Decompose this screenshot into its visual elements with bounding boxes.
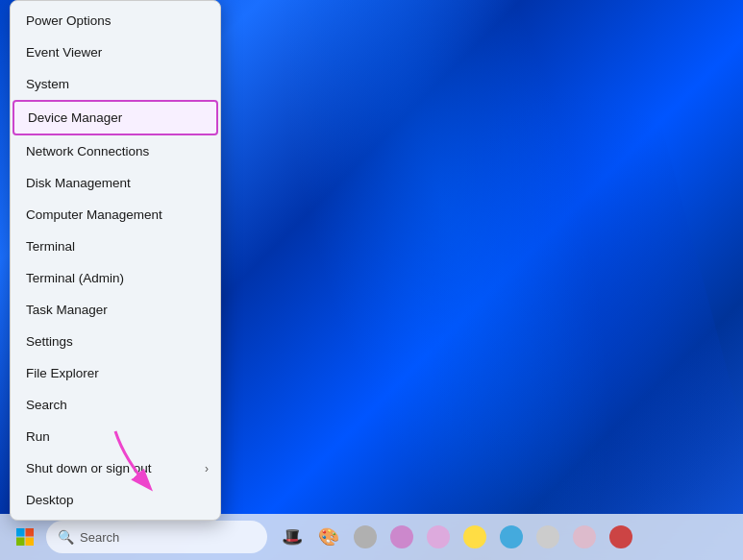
menu-item-system[interactable]: System bbox=[11, 68, 220, 100]
svg-rect-2 bbox=[26, 528, 35, 537]
menu-item-terminal[interactable]: Terminal bbox=[11, 231, 220, 262]
menu-item-desktop[interactable]: Desktop bbox=[11, 484, 220, 516]
menu-item-label-shut-down: Shut down or sign out bbox=[26, 461, 152, 475]
menu-item-terminal-admin[interactable]: Terminal (Admin) bbox=[11, 262, 220, 294]
menu-item-label-task-manager: Task Manager bbox=[26, 303, 108, 317]
menu-item-settings[interactable]: Settings bbox=[11, 326, 220, 357]
taskbar-icons: 🎩🎨 bbox=[275, 520, 638, 554]
circle1 bbox=[354, 525, 377, 548]
taskbar-icon-circle2[interactable] bbox=[384, 520, 419, 554]
menu-item-disk-management[interactable]: Disk Management bbox=[11, 167, 220, 199]
menu-item-label-system: System bbox=[26, 77, 69, 91]
circle8 bbox=[609, 525, 632, 548]
taskbar-icon-circle4[interactable] bbox=[458, 520, 492, 554]
menu-item-label-desktop: Desktop bbox=[26, 493, 74, 507]
menu-item-label-computer-management: Computer Management bbox=[26, 207, 162, 222]
menu-item-label-terminal-admin: Terminal (Admin) bbox=[26, 271, 124, 285]
start-button[interactable] bbox=[8, 520, 42, 554]
taskbar-icon-circle7[interactable] bbox=[567, 520, 602, 554]
taskbar-icon-circle1[interactable] bbox=[348, 520, 383, 554]
taskbar-icon-circle3[interactable] bbox=[421, 520, 456, 554]
menu-item-network-connections[interactable]: Network Connections bbox=[11, 135, 220, 167]
svg-rect-1 bbox=[16, 528, 25, 537]
menu-item-label-settings: Settings bbox=[26, 334, 73, 349]
search-icon: 🔍 bbox=[58, 529, 74, 545]
circle7 bbox=[573, 525, 596, 548]
svg-rect-3 bbox=[16, 538, 25, 547]
taskbar-icon-circle5[interactable] bbox=[494, 520, 529, 554]
menu-item-label-search: Search bbox=[26, 398, 67, 412]
submenu-arrow-icon: › bbox=[205, 462, 209, 475]
menu-item-label-run: Run bbox=[26, 429, 50, 444]
menu-item-label-device-manager: Device Manager bbox=[28, 110, 122, 125]
menu-item-label-file-explorer: File Explorer bbox=[26, 366, 99, 380]
taskbar-icon-circle6[interactable] bbox=[531, 520, 565, 554]
circle5 bbox=[500, 525, 523, 548]
svg-rect-4 bbox=[26, 538, 35, 547]
search-placeholder: Search bbox=[80, 530, 119, 545]
menu-item-run[interactable]: Run bbox=[11, 421, 220, 452]
menu-item-computer-management[interactable]: Computer Management bbox=[11, 199, 220, 231]
circle2 bbox=[390, 525, 413, 548]
taskbar: 🔍 Search 🎩🎨 bbox=[0, 514, 743, 560]
menu-item-file-explorer[interactable]: File Explorer bbox=[11, 357, 220, 389]
menu-item-label-power-options: Power Options bbox=[26, 13, 111, 28]
menu-item-label-network-connections: Network Connections bbox=[26, 144, 149, 158]
circle6 bbox=[536, 525, 559, 548]
taskbar-icon-palette-icon[interactable]: 🎨 bbox=[311, 520, 346, 554]
search-bar[interactable]: 🔍 Search bbox=[46, 521, 267, 553]
menu-item-device-manager[interactable]: Device Manager bbox=[12, 100, 218, 135]
taskbar-icon-hat-icon[interactable]: 🎩 bbox=[275, 520, 310, 554]
menu-item-task-manager[interactable]: Task Manager bbox=[11, 294, 220, 326]
menu-item-event-viewer[interactable]: Event Viewer bbox=[11, 37, 220, 68]
circle3 bbox=[427, 525, 450, 548]
menu-item-shut-down[interactable]: Shut down or sign out› bbox=[11, 452, 220, 484]
menu-item-label-terminal: Terminal bbox=[26, 239, 75, 254]
menu-item-search[interactable]: Search bbox=[11, 389, 220, 421]
desktop: Power OptionsEvent ViewerSystemDevice Ma… bbox=[0, 0, 743, 560]
menu-item-label-disk-management: Disk Management bbox=[26, 176, 131, 190]
context-menu: Power OptionsEvent ViewerSystemDevice Ma… bbox=[10, 0, 221, 521]
menu-item-label-event-viewer: Event Viewer bbox=[26, 45, 102, 60]
menu-item-power-options[interactable]: Power Options bbox=[11, 5, 220, 37]
taskbar-icon-circle8[interactable] bbox=[604, 520, 638, 554]
circle4 bbox=[463, 525, 486, 548]
